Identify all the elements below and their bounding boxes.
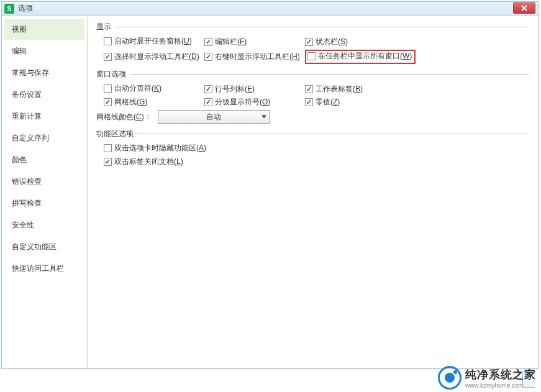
sidebar-item-9[interactable]: 安全性 bbox=[4, 215, 84, 235]
dialog-body: 视图编辑常规与保存备份设置重新计算自定义序列颜色错误检查拼写检查安全性自定义功能… bbox=[2, 16, 538, 368]
option-row: 双击标签关闭文档(L) bbox=[104, 157, 529, 167]
titlebar: S 选项 bbox=[2, 2, 538, 16]
chevron-down-icon bbox=[261, 116, 266, 119]
option-row: 启动时展开任务窗格(U)编辑栏(F)状态栏(S) bbox=[104, 36, 529, 47]
sidebar-item-0[interactable]: 视图 bbox=[4, 19, 84, 40]
sidebar-item-6[interactable]: 颜色 bbox=[4, 150, 84, 170]
checkbox-分级显示符号[interactable]: 分级显示符号(O) bbox=[204, 97, 270, 107]
checkbox-label: 状态栏(S) bbox=[316, 37, 348, 47]
checkbox-label: 工作表标签(B) bbox=[316, 84, 363, 94]
checkbox-自动分页符[interactable]: 自动分页符(K) bbox=[104, 83, 161, 94]
checkbox-选择时显示浮动工具栏[interactable]: 选择时显示浮动工具栏(D) bbox=[104, 52, 199, 62]
group-window: 窗口选项 自动分页符(K)行号列标(E)工作表标签(B)网格线(G)分级显示符号… bbox=[96, 69, 529, 124]
checkbox-label: 在任务栏中显示所有窗口(W) bbox=[318, 51, 412, 62]
options-dialog: S 选项 视图编辑常规与保存备份设置重新计算自定义序列颜色错误检查拼写检查安全性… bbox=[1, 1, 539, 369]
group-ribbon-items: 双击选项卡时隐藏功能区(A)双击标签关闭文档(L) bbox=[96, 143, 529, 167]
checkbox-box bbox=[204, 98, 212, 106]
sidebar-item-1[interactable]: 编辑 bbox=[4, 41, 84, 62]
gridcolor-row: 网格线颜色(C)： 自动 bbox=[96, 110, 529, 124]
checkbox-label: 选择时显示浮动工具栏(D) bbox=[114, 52, 199, 62]
checkbox-label: 启动时展开任务窗格(U) bbox=[114, 36, 192, 47]
checkbox-label: 零值(Z) bbox=[316, 97, 340, 107]
content-panel: 显示 启动时展开任务窗格(U)编辑栏(F)状态栏(S)选择时显示浮动工具栏(D)… bbox=[88, 16, 538, 368]
watermark-title: 纯净系统之家 bbox=[465, 367, 536, 382]
combo-value: 自动 bbox=[206, 112, 221, 122]
checkbox-右键时显示浮动工具栏[interactable]: 右键时显示浮动工具栏(H) bbox=[204, 52, 300, 62]
group-title: 显示 bbox=[96, 22, 111, 32]
sidebar-item-5[interactable]: 自定义序列 bbox=[4, 128, 84, 148]
group-ribbon: 功能区选项 双击选项卡时隐藏功能区(A)双击标签关闭文档(L) bbox=[96, 129, 529, 167]
watermark-url: www.kzmyhome.com bbox=[465, 382, 536, 389]
gridcolor-combo[interactable]: 自动 bbox=[158, 110, 270, 124]
checkbox-box bbox=[305, 98, 313, 106]
close-button[interactable] bbox=[513, 2, 535, 14]
dialog-title: 选项 bbox=[18, 3, 33, 14]
checkbox-box bbox=[204, 85, 212, 93]
checkbox-在任务栏中显示所有窗口[interactable]: 在任务栏中显示所有窗口(W) bbox=[307, 51, 412, 62]
checkbox-状态栏[interactable]: 状态栏(S) bbox=[305, 37, 348, 47]
app-icon: S bbox=[4, 4, 14, 14]
sidebar-item-4[interactable]: 重新计算 bbox=[4, 106, 84, 127]
checkbox-label: 右键时显示浮动工具栏(H) bbox=[215, 52, 300, 62]
watermark-icon bbox=[438, 366, 461, 390]
checkbox-box bbox=[305, 38, 313, 46]
checkbox-label: 行号列标(E) bbox=[215, 84, 255, 94]
checkbox-box bbox=[104, 144, 112, 152]
group-window-items: 自动分页符(K)行号列标(E)工作表标签(B)网格线(G)分级显示符号(O)零值… bbox=[96, 83, 529, 107]
checkbox-box bbox=[104, 84, 112, 93]
checkbox-box bbox=[204, 53, 212, 61]
watermark: 纯净系统之家 www.kzmyhome.com bbox=[438, 366, 536, 390]
sidebar-item-8[interactable]: 拼写检查 bbox=[4, 193, 84, 214]
group-display: 显示 启动时展开任务窗格(U)编辑栏(F)状态栏(S)选择时显示浮动工具栏(D)… bbox=[96, 22, 529, 64]
checkbox-label: 双击标签关闭文档(L) bbox=[114, 157, 183, 167]
checkbox-label: 自动分页符(K) bbox=[114, 83, 161, 94]
option-row: 自动分页符(K)行号列标(E)工作表标签(B) bbox=[104, 83, 529, 94]
highlighted-option: 在任务栏中显示所有窗口(W) bbox=[305, 50, 416, 64]
checkbox-box bbox=[204, 38, 212, 46]
checkbox-label: 分级显示符号(O) bbox=[215, 97, 270, 107]
group-title: 窗口选项 bbox=[96, 69, 126, 80]
checkbox-box bbox=[104, 98, 112, 106]
sidebar-item-3[interactable]: 备份设置 bbox=[4, 84, 84, 105]
checkbox-编辑栏[interactable]: 编辑栏(F) bbox=[204, 37, 247, 47]
checkbox-label: 双击选项卡时隐藏功能区(A) bbox=[114, 143, 206, 153]
option-row: 网格线(G)分级显示符号(O)零值(Z) bbox=[104, 97, 529, 107]
sidebar-item-2[interactable]: 常规与保存 bbox=[4, 63, 84, 83]
checkbox-box bbox=[104, 53, 112, 61]
checkbox-网格线[interactable]: 网格线(G) bbox=[104, 97, 147, 107]
option-row: 双击选项卡时隐藏功能区(A) bbox=[104, 143, 529, 154]
checkbox-工作表标签[interactable]: 工作表标签(B) bbox=[305, 84, 363, 94]
checkbox-box bbox=[104, 158, 112, 166]
group-display-items: 启动时展开任务窗格(U)编辑栏(F)状态栏(S)选择时显示浮动工具栏(D)右键时… bbox=[96, 36, 529, 64]
checkbox-box bbox=[305, 85, 313, 93]
checkbox-双击选项卡时隐藏功能区[interactable]: 双击选项卡时隐藏功能区(A) bbox=[104, 143, 206, 153]
checkbox-label: 编辑栏(F) bbox=[215, 37, 247, 47]
sidebar: 视图编辑常规与保存备份设置重新计算自定义序列颜色错误检查拼写检查安全性自定义功能… bbox=[2, 16, 88, 368]
checkbox-box bbox=[307, 52, 316, 60]
sidebar-item-7[interactable]: 错误检查 bbox=[4, 171, 84, 192]
option-row: 选择时显示浮动工具栏(D)右键时显示浮动工具栏(H)在任务栏中显示所有窗口(W) bbox=[104, 50, 529, 64]
checkbox-label: 网格线(G) bbox=[114, 97, 147, 107]
checkbox-box bbox=[104, 37, 112, 45]
group-title: 功能区选项 bbox=[96, 129, 134, 139]
sidebar-item-11[interactable]: 快速访问工具栏 bbox=[4, 258, 84, 279]
gridcolor-label: 网格线颜色(C)： bbox=[96, 112, 152, 122]
checkbox-零值[interactable]: 零值(Z) bbox=[305, 97, 340, 107]
checkbox-启动时展开任务窗格[interactable]: 启动时展开任务窗格(U) bbox=[104, 36, 192, 47]
close-icon bbox=[521, 5, 527, 11]
checkbox-双击标签关闭文档[interactable]: 双击标签关闭文档(L) bbox=[104, 157, 183, 167]
checkbox-行号列标[interactable]: 行号列标(E) bbox=[204, 84, 255, 94]
sidebar-item-10[interactable]: 自定义功能区 bbox=[4, 237, 84, 257]
